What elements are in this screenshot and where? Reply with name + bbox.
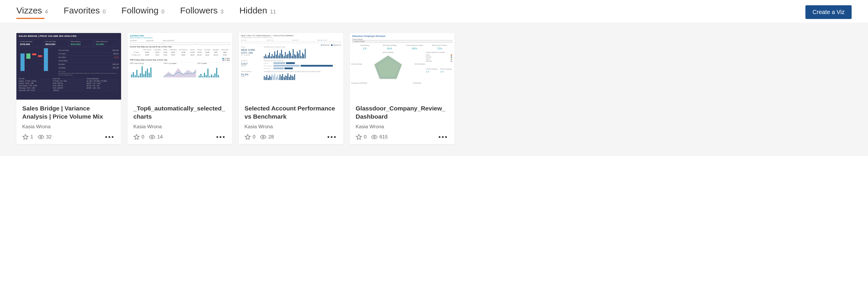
viz-thumbnail[interactable]: SALES BRIDGE | PRICE VOLUME MIX ANALYSIS… — [17, 33, 121, 100]
favorite-stat[interactable]: 1 — [22, 134, 33, 140]
star-icon — [245, 134, 251, 140]
star-icon — [355, 134, 362, 140]
fav-count: 0 — [253, 134, 255, 140]
star-icon — [22, 134, 29, 140]
viz-title[interactable]: Selected Account Performance vs Benchmar… — [245, 104, 338, 121]
viz-author[interactable]: Kasia Wrona — [133, 124, 226, 130]
eye-icon — [260, 134, 267, 140]
card-body: Glassdoor_Company_Review_Dashboard Kasia… — [350, 100, 455, 144]
tab-label: Favorites — [64, 5, 100, 15]
star-icon — [133, 134, 140, 140]
tab-vizzes[interactable]: Vizzes 4 — [17, 5, 48, 19]
svg-point-8 — [374, 136, 375, 138]
tab-hidden[interactable]: Hidden 11 — [239, 5, 276, 19]
more-menu-button[interactable] — [103, 134, 115, 140]
tab-favorites[interactable]: Favorites 0 — [64, 5, 105, 19]
viz-thumbnail[interactable]: NEW YORK CITY PERFORMANCE — EXECUTIVE SU… — [239, 33, 343, 100]
card-body: _Top6_automatically_selected_charts Kasi… — [127, 100, 232, 144]
viz-card[interactable]: SALES BRIDGE | PRICE VOLUME MIX ANALYSIS… — [17, 33, 121, 144]
view-count: 32 — [46, 134, 52, 140]
tab-label: Following — [121, 5, 158, 15]
viz-title[interactable]: _Top6_automatically_selected_charts — [133, 104, 226, 121]
svg-point-2 — [262, 136, 265, 138]
viz-grid: SALES BRIDGE | PRICE VOLUME MIX ANALYSIS… — [17, 33, 851, 144]
tab-label: Vizzes — [17, 5, 42, 15]
svg-marker-6 — [375, 56, 402, 78]
eye-icon — [38, 134, 44, 140]
tab-count: 0 — [103, 9, 105, 15]
eye-icon — [149, 134, 155, 140]
card-body: Sales Bridge | Variance Analysis | Price… — [17, 100, 121, 144]
view-count: 14 — [157, 134, 163, 140]
viz-author[interactable]: Kasia Wrona — [22, 124, 115, 130]
top-bar: Vizzes 4 Favorites 0 Following 0 Followe… — [0, 0, 868, 23]
create-viz-button[interactable]: Create a Viz — [805, 5, 851, 19]
favorite-stat[interactable]: 0 — [245, 134, 255, 140]
viz-card[interactable]: NEW YORK CITY PERFORMANCE — EXECUTIVE SU… — [239, 33, 343, 144]
view-stat: 32 — [38, 134, 52, 140]
viz-card[interactable]: SUPERSTORE Sales Analysis of Top Players… — [127, 33, 232, 144]
tabs: Vizzes 4 Favorites 0 Following 0 Followe… — [17, 5, 276, 19]
view-stat: 28 — [260, 134, 274, 140]
svg-point-0 — [40, 136, 42, 138]
view-stat: 14 — [149, 134, 163, 140]
fav-count: 0 — [364, 134, 367, 140]
viz-card[interactable]: Glassdoor Employee Reviews Choose Indust… — [350, 33, 455, 144]
viz-title[interactable]: Glassdoor_Company_Review_Dashboard — [355, 104, 448, 121]
tab-followers[interactable]: Followers 3 — [180, 5, 223, 19]
viz-title[interactable]: Sales Bridge | Variance Analysis | Price… — [22, 104, 115, 121]
tab-count: 3 — [220, 9, 223, 15]
more-menu-button[interactable] — [215, 134, 226, 140]
tab-count: 11 — [270, 9, 276, 15]
tab-count: 0 — [161, 9, 164, 15]
fav-count: 1 — [30, 134, 33, 140]
thumb-title: SALES BRIDGE | PRICE VOLUME MIX ANALYSIS — [19, 35, 119, 37]
viz-thumbnail[interactable]: SUPERSTORE Sales Analysis of Top Players… — [127, 33, 232, 100]
tab-label: Hidden — [239, 5, 267, 15]
viz-author[interactable]: Kasia Wrona — [355, 124, 448, 130]
eye-icon — [371, 134, 377, 140]
view-stat: 615 — [371, 134, 388, 140]
svg-point-1 — [152, 136, 153, 138]
favorite-stat[interactable]: 0 — [133, 134, 144, 140]
tab-count: 4 — [45, 9, 48, 15]
viz-thumbnail[interactable]: Glassdoor Employee Reviews Choose Indust… — [350, 33, 455, 100]
more-menu-button[interactable] — [326, 134, 338, 140]
tab-label: Followers — [180, 5, 218, 15]
favorite-stat[interactable]: 0 — [355, 134, 367, 140]
more-menu-button[interactable] — [437, 134, 448, 140]
viz-author[interactable]: Kasia Wrona — [245, 124, 338, 130]
tab-following[interactable]: Following 0 — [121, 5, 164, 19]
fav-count: 0 — [142, 134, 144, 140]
content-area: SALES BRIDGE | PRICE VOLUME MIX ANALYSIS… — [0, 23, 868, 156]
view-count: 28 — [268, 134, 274, 140]
view-count: 615 — [379, 134, 388, 140]
card-body: Selected Account Performance vs Benchmar… — [239, 100, 343, 144]
